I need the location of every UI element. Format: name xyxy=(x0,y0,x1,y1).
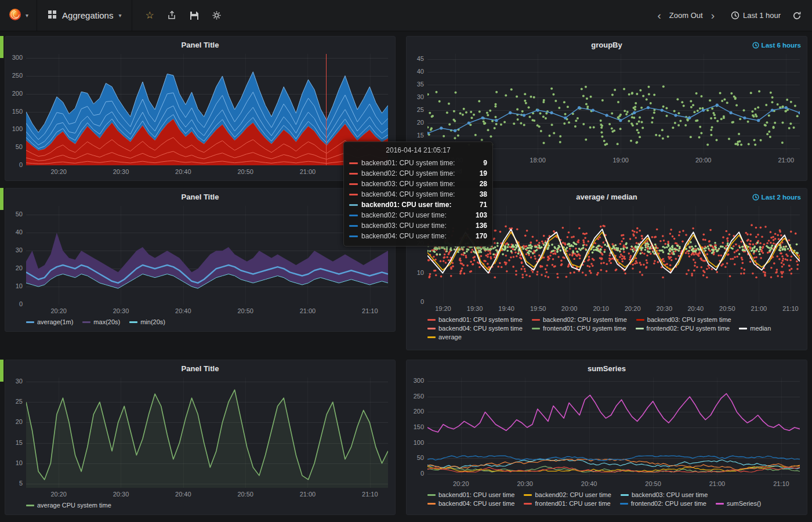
dashboard-picker[interactable]: Aggregations ▾ xyxy=(37,0,132,31)
legend-item[interactable]: backend04: CPU user time xyxy=(427,500,514,507)
time-forward-chevron[interactable]: › xyxy=(710,10,716,21)
y-axis-tick: 15 xyxy=(5,439,23,446)
legend-item[interactable]: backend02: CPU user time xyxy=(524,491,611,498)
y-axis-tick: 300 xyxy=(407,377,424,384)
y-axis-tick: 5 xyxy=(5,480,23,487)
x-axis-tick: 20:30 xyxy=(651,305,677,312)
series-color-swatch xyxy=(349,204,358,206)
legend-item[interactable]: backend03: CPU system time xyxy=(636,316,731,323)
legend-item[interactable]: average CPU system time xyxy=(26,502,111,509)
series-color-swatch xyxy=(621,494,629,496)
y-axis-tick: 20 xyxy=(5,264,23,271)
plot-canvas[interactable] xyxy=(26,54,388,165)
legend-label: backend02: CPU user time xyxy=(535,491,611,498)
x-axis-tick: 21:00 xyxy=(294,168,321,175)
legend-label: min(20s) xyxy=(140,318,165,325)
legend-item[interactable]: frontend02: CPU user time xyxy=(620,500,706,507)
legend-item[interactable]: frontend01: CPU system time xyxy=(532,325,626,332)
panel-title[interactable]: Panel Title xyxy=(5,188,395,206)
y-axis-tick: 150 xyxy=(407,423,424,430)
y-axis-tick: 15 xyxy=(407,132,424,139)
series-color-swatch xyxy=(636,319,644,321)
x-axis-tick: 21:00 xyxy=(294,307,321,314)
panel-title[interactable]: Panel Title xyxy=(5,37,395,54)
panel-legend: backend01: CPU system timebackend02: CPU… xyxy=(427,316,802,340)
x-axis-tick: 19:50 xyxy=(525,305,552,312)
refresh-button[interactable] xyxy=(792,11,802,20)
series-color-swatch xyxy=(349,173,358,175)
legend-item[interactable]: sumSeries() xyxy=(716,500,761,507)
legend-item[interactable]: average(1m) xyxy=(26,318,73,325)
y-axis-tick: 25 xyxy=(5,398,23,405)
time-back-chevron[interactable]: ‹ xyxy=(657,10,662,21)
plot-canvas[interactable] xyxy=(427,54,800,154)
legend-label: backend01: CPU system time xyxy=(438,316,523,323)
tooltip-series-label: backend04: CPU user time: xyxy=(361,231,447,241)
legend-item[interactable]: max(20s) xyxy=(82,318,120,325)
x-axis-tick: 20:00 xyxy=(690,157,717,164)
legend-item[interactable]: backend02: CPU system time xyxy=(532,316,627,323)
tooltip-series-label: backend02: CPU user time: xyxy=(361,210,447,220)
y-axis-tick: 250 xyxy=(5,72,23,79)
legend-item[interactable]: frontend02: CPU system time xyxy=(636,325,730,332)
x-axis-tick: 20:10 xyxy=(588,305,614,312)
y-axis-tick: 50 xyxy=(5,143,23,150)
panel-title[interactable]: sumSeries xyxy=(407,360,807,378)
grafana-logo-menu[interactable]: ▾ xyxy=(0,0,37,31)
x-axis-tick: 20:50 xyxy=(640,480,666,487)
y-axis-tick: 250 xyxy=(407,393,424,400)
series-color-swatch xyxy=(532,319,540,321)
tooltip-series-label: backend03: CPU user time: xyxy=(361,220,447,231)
legend-label: backend04: CPU user time xyxy=(438,500,514,507)
tooltip-rows: backend01: CPU system time:9backend02: C… xyxy=(349,158,487,241)
legend-item[interactable]: backend01: CPU system time xyxy=(427,316,523,323)
series-color-swatch xyxy=(427,336,436,338)
x-axis-tick: 19:30 xyxy=(462,305,488,312)
legend-item[interactable]: median xyxy=(739,325,771,332)
series-color-swatch xyxy=(349,235,358,237)
legend-item[interactable]: backend04: CPU system time xyxy=(427,325,523,332)
legend-label: sumSeries() xyxy=(727,500,761,507)
x-axis-tick: 20:30 xyxy=(107,307,134,314)
time-range-label: Last 1 hour xyxy=(743,11,781,20)
legend-label: max(20s) xyxy=(93,318,120,325)
legend-label: average CPU system time xyxy=(37,502,111,509)
clock-icon xyxy=(752,194,759,201)
share-dashboard-button[interactable] xyxy=(167,10,177,20)
legend-label: median xyxy=(750,325,771,332)
row-toggle[interactable] xyxy=(0,36,3,58)
panel-title[interactable]: Panel Title xyxy=(5,360,395,378)
row-toggle[interactable] xyxy=(0,360,3,382)
row-toggle[interactable] xyxy=(0,188,3,210)
series-color-swatch xyxy=(532,328,540,329)
y-axis-tick: 10 xyxy=(5,282,23,289)
panel-time-override[interactable]: Last 2 hours xyxy=(752,188,801,206)
time-range-picker[interactable]: Last 1 hour xyxy=(731,11,781,20)
y-axis-tick: 40 xyxy=(407,68,424,75)
tooltip-series-value: 9 xyxy=(483,158,487,168)
plot-canvas[interactable] xyxy=(26,206,388,304)
series-color-swatch xyxy=(427,328,436,329)
x-axis-tick: 21:10 xyxy=(768,480,795,487)
series-color-swatch xyxy=(26,321,34,323)
settings-gear-icon[interactable] xyxy=(212,10,222,20)
legend-item[interactable]: min(20s) xyxy=(129,318,165,325)
legend-item[interactable]: backend03: CPU user time xyxy=(621,491,708,498)
legend-item[interactable]: average xyxy=(427,334,462,340)
plot-canvas[interactable] xyxy=(427,378,800,477)
zoom-out-button[interactable]: Zoom Out xyxy=(669,11,703,20)
legend-item[interactable]: frontend01: CPU user time xyxy=(524,500,610,507)
panel-sumseries: sumSeries backend01: CPU user timebacken… xyxy=(406,360,807,515)
star-dashboard-button[interactable]: ☆ xyxy=(145,9,154,21)
x-axis-tick: 18:00 xyxy=(524,157,551,164)
x-axis-tick: 20:50 xyxy=(714,305,741,312)
panel-title[interactable]: groupBy xyxy=(407,37,807,54)
legend-item[interactable]: backend01: CPU user time xyxy=(427,491,514,498)
save-dashboard-button[interactable] xyxy=(190,11,199,20)
x-axis-tick: 20:40 xyxy=(170,168,197,175)
tooltip-series-row: backend04: CPU system time:38 xyxy=(349,189,487,200)
series-color-swatch xyxy=(427,503,436,505)
x-axis-tick: 20:30 xyxy=(107,491,134,498)
panel-time-override[interactable]: Last 6 hours xyxy=(752,37,801,54)
plot-canvas[interactable] xyxy=(26,378,388,488)
